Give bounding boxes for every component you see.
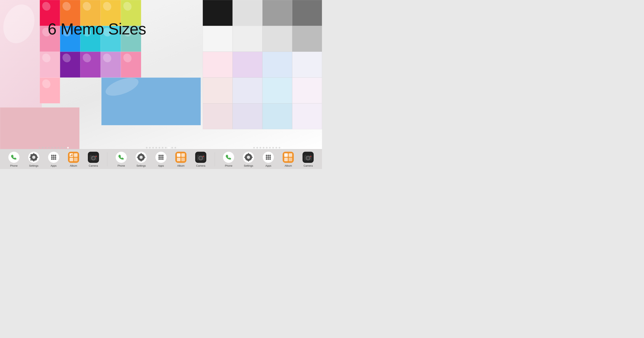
right-swatch-r3c3[interactable] [262, 52, 292, 78]
swatch-r3c3[interactable] [80, 52, 100, 78]
svg-point-48 [160, 156, 162, 158]
dock-item-phone-1[interactable]: Phone [4, 150, 24, 168]
right-swatch-r4c2[interactable] [232, 78, 262, 104]
dock-item-camera-2[interactable]: Camera [191, 150, 211, 168]
dot [38, 147, 40, 148]
dot [263, 147, 264, 148]
right-swatch-r3c4[interactable] [292, 52, 322, 78]
dock-item-settings-3[interactable]: Settings [238, 150, 258, 168]
swatch-r3c4[interactable] [100, 52, 121, 78]
svg-point-79 [268, 158, 269, 160]
svg-point-80 [269, 158, 271, 160]
svg-rect-34 [96, 156, 96, 157]
dock-item-camera-1[interactable]: Camera [84, 150, 103, 168]
settings-icon-2 [135, 151, 147, 164]
right-swatch-r1c4[interactable] [292, 0, 322, 26]
svg-rect-53 [175, 152, 186, 163]
svg-rect-39 [141, 153, 142, 154]
svg-point-61 [200, 157, 202, 159]
svg-point-0 [8, 152, 20, 163]
dot [51, 147, 53, 148]
dock-item-apps-3[interactable]: Apps [258, 150, 278, 168]
right-swatch-r2c3[interactable] [262, 26, 292, 52]
large-blue-memo[interactable] [101, 78, 201, 125]
svg-point-45 [160, 155, 162, 156]
dock-item-settings-2[interactable]: Settings [131, 150, 151, 168]
dock-section-1: Phone [0, 150, 107, 168]
svg-point-76 [268, 156, 269, 158]
svg-rect-54 [177, 153, 180, 157]
right-swatch-r5c1[interactable] [203, 104, 232, 129]
dock-item-apps-2[interactable]: Apps [151, 150, 171, 168]
right-swatch-r4c1[interactable] [203, 78, 232, 104]
svg-point-33 [92, 157, 93, 158]
right-swatch-r4c4[interactable] [292, 78, 322, 104]
camera-icon-2 [194, 151, 207, 164]
swatch-r3c5[interactable] [121, 52, 141, 78]
apps-icon-1 [48, 151, 60, 164]
large-pink-memo[interactable] [0, 107, 80, 149]
svg-point-28 [72, 154, 73, 155]
svg-point-13 [51, 155, 53, 156]
dock-item-album-1[interactable]: Album [64, 150, 84, 168]
settings-icon-1 [28, 151, 40, 164]
dock-item-apps-1[interactable]: Apps [44, 150, 64, 168]
apps-label-2: Apps [158, 164, 164, 167]
phone-icon-1 [8, 151, 20, 164]
taskbar: Phone [0, 149, 322, 169]
album-label-1: Album [70, 164, 77, 167]
dot [162, 147, 164, 148]
album-label-2: Album [177, 164, 185, 167]
svg-rect-4 [34, 153, 34, 154]
dot [156, 147, 157, 148]
right-swatch-r3c2[interactable] [232, 52, 262, 78]
dock-item-camera-3[interactable]: Camera [298, 150, 318, 168]
svg-rect-41 [137, 157, 138, 158]
right-swatch-r1c2[interactable] [232, 0, 262, 26]
swatch-r3c1[interactable] [40, 52, 60, 78]
svg-point-19 [51, 158, 53, 160]
dock-item-album-3[interactable]: Album [278, 150, 298, 168]
dock-item-phone-2[interactable]: Phone [111, 150, 131, 168]
dock-item-settings-1[interactable]: Settings [24, 150, 44, 168]
svg-point-47 [158, 156, 160, 158]
right-swatch-r5c3[interactable] [262, 104, 292, 129]
dot [279, 147, 280, 148]
right-swatch-r2c1[interactable] [203, 26, 232, 52]
camera-label-1: Camera [89, 164, 98, 167]
svg-rect-82 [284, 153, 288, 157]
dot [171, 147, 173, 148]
svg-point-52 [162, 158, 164, 160]
dock-item-phone-3[interactable]: Phone [219, 150, 238, 168]
right-swatch-r5c4[interactable] [292, 104, 322, 129]
svg-rect-85 [288, 158, 292, 161]
right-swatch-r5c2[interactable] [232, 104, 262, 129]
svg-point-63 [223, 152, 234, 163]
dot-active [67, 147, 69, 148]
right-swatch-r1c3[interactable] [262, 0, 292, 26]
svg-rect-83 [288, 153, 292, 157]
svg-rect-6 [30, 157, 31, 158]
swatch-r4c1[interactable] [40, 78, 60, 104]
svg-rect-90 [310, 156, 311, 157]
svg-rect-7 [36, 157, 38, 158]
album-label-3: Album [285, 164, 292, 167]
dot [42, 147, 43, 148]
right-swatch-r2c2[interactable] [232, 26, 262, 52]
album-icon-3 [282, 151, 294, 164]
phone-label-3: Phone [225, 164, 232, 167]
svg-rect-69 [244, 157, 246, 158]
right-swatch-r2c4[interactable] [292, 26, 322, 52]
right-swatch-r4c3[interactable] [262, 78, 292, 104]
main-content: 6 Memo Sizes [0, 0, 322, 149]
page-dots-3 [215, 147, 322, 148]
dot [54, 147, 56, 148]
dot [260, 147, 261, 148]
svg-rect-40 [141, 160, 142, 162]
svg-rect-55 [181, 153, 185, 157]
swatch-r3c2[interactable] [60, 52, 80, 78]
dock-item-album-2[interactable]: Album [171, 150, 191, 168]
svg-point-21 [55, 158, 56, 160]
right-swatch-r3c1[interactable] [203, 52, 232, 78]
right-swatch-r1c1[interactable] [203, 0, 232, 26]
